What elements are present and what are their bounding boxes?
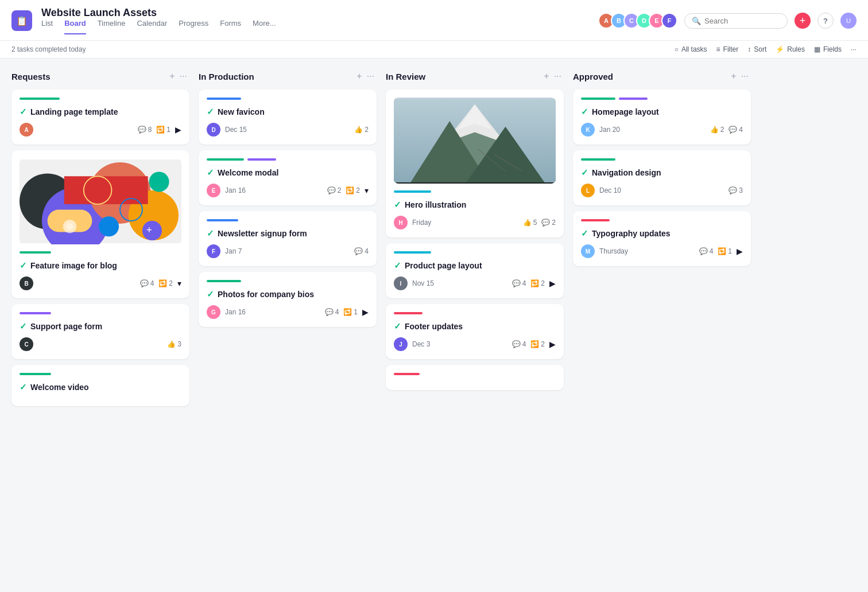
column-requests-header: Requests + ··· — [11, 70, 189, 83]
tab-timeline[interactable]: Timeline — [98, 19, 126, 34]
card-avatar-modal: E — [207, 184, 220, 197]
card-avatar-homepage: K — [581, 123, 595, 137]
card-typography[interactable]: ✓ Typography updates M Thursday 💬 4 🔁 1 … — [573, 211, 751, 266]
rules-button[interactable]: ⚡ Rules — [776, 45, 805, 53]
help-button[interactable]: ? — [817, 13, 834, 29]
filter-label: Filter — [723, 45, 739, 53]
card-support-form[interactable]: ✓ Support page form C 👍 3 — [11, 304, 189, 359]
card-date-product: Nov 15 — [412, 279, 507, 287]
search-box[interactable]: 🔍 — [684, 13, 788, 29]
add-button[interactable]: + — [795, 13, 811, 29]
column-review-add[interactable]: + — [541, 70, 551, 83]
column-approved-add[interactable]: + — [728, 70, 738, 83]
column-requests-add[interactable]: + — [167, 70, 177, 83]
fields-button[interactable]: ▦ Fields — [814, 45, 842, 53]
meta-comments: 💬 8 — [138, 126, 152, 134]
card-title-welcome-video: ✓ Welcome video — [20, 382, 181, 392]
all-tasks-button[interactable]: ○ All tasks — [675, 45, 707, 53]
more-options-button[interactable]: ··· — [851, 45, 857, 53]
card-progress-nav — [581, 158, 743, 161]
progress-seg — [394, 190, 431, 193]
meta-comments: 💬 3 — [728, 186, 743, 194]
tab-progress[interactable]: Progress — [179, 19, 208, 34]
fields-label: Fields — [823, 45, 842, 53]
board: Requests + ··· ✓ Landing page template A… — [0, 59, 868, 585]
card-partial-review[interactable] — [386, 365, 564, 390]
check-icon: ✓ — [207, 107, 214, 117]
meta-subtasks: 🔁 1 — [343, 308, 358, 316]
meta-comments: 💬 4 — [354, 247, 369, 255]
card-meta-typography: 💬 4 🔁 1 ▶ — [699, 247, 743, 256]
card-welcome-modal[interactable]: ✓ Welcome modal E Jan 16 💬 2 🔁 2 ▾ — [199, 150, 377, 205]
expand-icon: ▶ — [737, 247, 743, 256]
chevron-down-icon: ▾ — [177, 279, 181, 288]
expand-icon: ▶ — [362, 307, 369, 317]
tab-calendar[interactable]: Calendar — [137, 19, 167, 34]
header-right: A B C D E F 🔍 + ? U — [598, 13, 857, 29]
tab-board[interactable]: Board — [64, 19, 86, 34]
card-new-favicon[interactable]: ✓ New favicon D Dec 15 👍 2 — [199, 89, 377, 145]
column-review-title: In Review — [386, 72, 541, 81]
column-review-header: In Review + ··· — [386, 70, 564, 83]
card-avatar-landing: A — [20, 123, 33, 137]
card-meta-favicon: 👍 2 — [354, 126, 369, 134]
card-footer-hero: H Friday 👍 5 💬 2 — [394, 216, 556, 229]
card-feature-image[interactable]: + ✓ Feature image for blog B 💬 4 — [11, 150, 189, 298]
card-progress-hero — [394, 190, 556, 193]
card-newsletter-form[interactable]: ✓ Newsletter signup form F Jan 7 💬 4 — [199, 211, 377, 266]
cards-requests: ✓ Landing page template A 💬 8 🔁 1 ▶ — [11, 89, 189, 406]
card-progress-support — [20, 312, 181, 314]
meta-comments: 💬 4 — [512, 279, 526, 287]
filter-button[interactable]: ≡ Filter — [716, 45, 739, 53]
cards-production: ✓ New favicon D Dec 15 👍 2 — [199, 89, 377, 327]
card-footer-updates[interactable]: ✓ Footer updates J Dec 3 💬 4 🔁 2 ▶ — [386, 304, 564, 359]
search-input[interactable] — [704, 17, 780, 25]
card-company-bios[interactable]: ✓ Photos for company bios G Jan 16 💬 4 🔁… — [199, 272, 377, 327]
meta-subtasks: 🔁 1 — [156, 126, 170, 134]
meta-comments: 💬 4 — [728, 126, 743, 134]
card-meta-product: 💬 4 🔁 2 ▶ — [512, 279, 556, 288]
card-avatar-hero: H — [394, 216, 408, 229]
column-requests-menu[interactable]: ··· — [177, 70, 189, 83]
tab-list[interactable]: List — [41, 19, 53, 34]
progress-seg — [394, 312, 423, 314]
column-production-menu[interactable]: ··· — [365, 70, 377, 83]
progress-seg — [394, 373, 420, 375]
card-date-favicon: Dec 15 — [225, 126, 350, 134]
card-title-favicon: ✓ New favicon — [207, 107, 369, 117]
card-meta-landing: 💬 8 🔁 1 ▶ — [138, 125, 181, 134]
card-progress-feature — [20, 251, 181, 254]
card-footer-homepage: K Jan 20 👍 2 💬 4 — [581, 123, 743, 137]
column-production-add[interactable]: + — [354, 70, 364, 83]
svg-text:+: + — [146, 224, 152, 236]
card-date-modal: Jan 16 — [225, 186, 323, 194]
card-title-feature: ✓ Feature image for blog — [20, 260, 181, 271]
card-welcome-video[interactable]: ✓ Welcome video — [11, 365, 189, 406]
card-avatar-footer-updates: J — [394, 337, 408, 351]
card-product-layout[interactable]: ✓ Product page layout I Nov 15 💬 4 🔁 2 ▶ — [386, 243, 564, 298]
all-tasks-label: All tasks — [681, 45, 707, 53]
card-title-newsletter: ✓ Newsletter signup form — [207, 228, 369, 239]
card-meta-feature: 💬 4 🔁 2 ▾ — [140, 279, 181, 288]
column-approved-menu[interactable]: ··· — [739, 70, 751, 83]
cards-approved: ✓ Homepage layout K Jan 20 👍 2 💬 4 — [573, 89, 751, 266]
card-meta-newsletter: 💬 4 — [354, 247, 369, 255]
card-image-mountain — [394, 98, 556, 184]
card-landing-page[interactable]: ✓ Landing page template A 💬 8 🔁 1 ▶ — [11, 89, 189, 145]
tab-forms[interactable]: Forms — [220, 19, 241, 34]
card-footer-bios: G Jan 16 💬 4 🔁 1 ▶ — [207, 305, 369, 319]
sort-button[interactable]: ↕ Sort — [747, 45, 766, 53]
meta-likes: 👍 2 — [710, 126, 724, 134]
meta-likes: 👍 3 — [167, 340, 181, 348]
card-homepage-layout[interactable]: ✓ Homepage layout K Jan 20 👍 2 💬 4 — [573, 89, 751, 145]
sort-icon: ↕ — [747, 45, 751, 53]
card-progress-footer — [394, 312, 556, 314]
check-icon: ✓ — [581, 107, 588, 117]
tab-more[interactable]: More... — [253, 19, 276, 34]
card-hero-illustration[interactable]: ✓ Hero illustration H Friday 👍 5 💬 2 — [386, 89, 564, 237]
card-navigation-design[interactable]: ✓ Navigation design L Dec 10 💬 3 — [573, 150, 751, 205]
column-review-menu[interactable]: ··· — [552, 70, 564, 83]
check-icon: ✓ — [20, 107, 27, 117]
meta-comments: 💬 2 — [327, 186, 342, 194]
card-meta-hero: 👍 5 💬 2 — [523, 219, 556, 227]
